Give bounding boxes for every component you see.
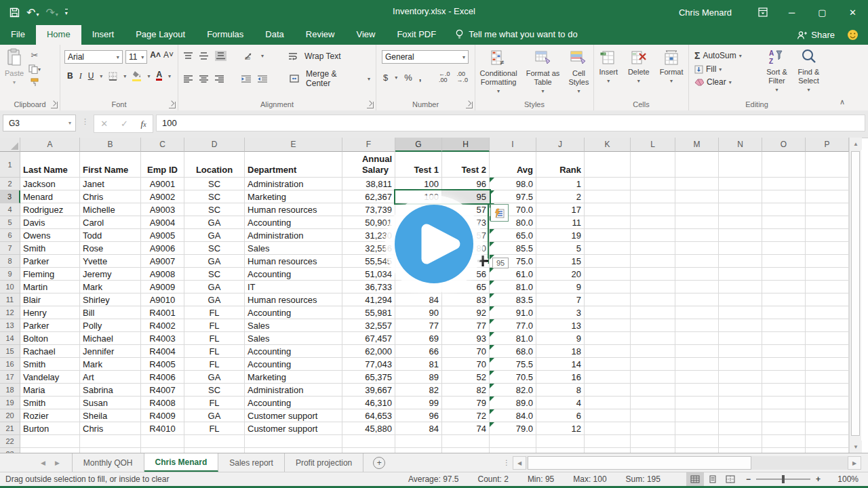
cell-B2[interactable]: Janet: [80, 178, 141, 190]
cell-I23[interactable]: [490, 448, 536, 453]
cell-B12[interactable]: Bill: [80, 306, 141, 319]
cell-N20[interactable]: [719, 409, 762, 422]
cell-C12[interactable]: R4001: [141, 306, 184, 319]
wrap-text-icon[interactable]: [288, 52, 298, 60]
row-header-4[interactable]: 4: [0, 203, 20, 216]
column-header-G[interactable]: G: [395, 138, 442, 152]
cell-A16[interactable]: Smith: [20, 358, 80, 371]
select-all-corner[interactable]: [0, 138, 20, 152]
increase-indent-icon[interactable]: [258, 75, 267, 83]
cell-B15[interactable]: Jennifer: [80, 345, 141, 358]
cell-A22[interactable]: [20, 435, 80, 448]
underline-button[interactable]: U: [88, 71, 94, 81]
cell-L5[interactable]: [631, 216, 675, 229]
cell-L20[interactable]: [631, 409, 675, 422]
cell-F1[interactable]: Annual Salary: [342, 152, 395, 178]
cell-K5[interactable]: [585, 216, 631, 229]
cell-E13[interactable]: Sales: [245, 319, 342, 332]
paste-button[interactable]: Paste ▾: [0, 45, 28, 87]
cell-P16[interactable]: [806, 358, 849, 371]
cell-F4[interactable]: 73,739: [342, 203, 395, 216]
row-header-12[interactable]: 12: [0, 306, 20, 319]
cell-C19[interactable]: R4008: [141, 396, 184, 409]
row-header-21[interactable]: 21: [0, 422, 20, 435]
cell-J7[interactable]: 5: [536, 242, 585, 255]
cell-A4[interactable]: Rodriguez: [20, 203, 80, 216]
cell-N6[interactable]: [719, 229, 762, 242]
cell-K21[interactable]: [585, 422, 631, 435]
cell-J4[interactable]: 17: [536, 203, 585, 216]
cell-J16[interactable]: 14: [536, 358, 585, 371]
cell-L15[interactable]: [631, 345, 675, 358]
cell-F19[interactable]: 46,310: [342, 396, 395, 409]
cell-L11[interactable]: [631, 293, 675, 306]
cell-D4[interactable]: SC: [184, 203, 245, 216]
cell-C21[interactable]: R4010: [141, 422, 184, 435]
cell-A11[interactable]: Blair: [20, 293, 80, 306]
cell-D16[interactable]: FL: [184, 358, 245, 371]
cell-A19[interactable]: Smith: [20, 396, 80, 409]
cell-J19[interactable]: 4: [536, 396, 585, 409]
cell-M5[interactable]: [675, 216, 719, 229]
cell-L16[interactable]: [631, 358, 675, 371]
cell-P12[interactable]: [806, 306, 849, 319]
font-dialog-launcher[interactable]: [169, 102, 176, 108]
align-right-icon[interactable]: [215, 75, 224, 83]
cell-P14[interactable]: [806, 332, 849, 345]
cell-E3[interactable]: Marketing: [245, 190, 342, 203]
delete-cells-button[interactable]: Delete▾: [628, 46, 650, 85]
cell-E2[interactable]: Administration: [245, 178, 342, 190]
cell-C17[interactable]: R4006: [141, 371, 184, 384]
cell-B13[interactable]: Polly: [80, 319, 141, 332]
column-header-F[interactable]: F: [342, 138, 395, 152]
cell-B6[interactable]: Todd: [80, 229, 141, 242]
cell-C3[interactable]: A9002: [141, 190, 184, 203]
cell-K13[interactable]: [585, 319, 631, 332]
row-header-5[interactable]: 5: [0, 216, 20, 229]
row-header-19[interactable]: 19: [0, 396, 20, 409]
cell-L22[interactable]: [631, 435, 675, 448]
cell-F18[interactable]: 39,667: [342, 384, 395, 396]
cell-K20[interactable]: [585, 409, 631, 422]
cell-I21[interactable]: 79.0: [490, 422, 536, 435]
cell-L9[interactable]: [631, 268, 675, 281]
cell-E6[interactable]: Administration: [245, 229, 342, 242]
hscroll-right-arrow[interactable]: ▶: [848, 456, 861, 470]
cell-N4[interactable]: [719, 203, 762, 216]
cell-O15[interactable]: [762, 345, 806, 358]
cell-N17[interactable]: [719, 371, 762, 384]
cell-J18[interactable]: 8: [536, 384, 585, 396]
cell-E15[interactable]: Accounting: [245, 345, 342, 358]
column-header-O[interactable]: O: [762, 138, 806, 152]
clipboard-dialog-launcher[interactable]: [51, 102, 58, 108]
cell-I20[interactable]: 84.0: [490, 409, 536, 422]
cell-L21[interactable]: [631, 422, 675, 435]
horizontal-scrollbar[interactable]: ◀ ▶: [513, 456, 861, 470]
cell-B7[interactable]: Rose: [80, 242, 141, 255]
cell-H13[interactable]: 77: [442, 319, 490, 332]
cell-N10[interactable]: [719, 281, 762, 293]
cell-J14[interactable]: 9: [536, 332, 585, 345]
format-as-table-button[interactable]: Format as Table▾: [526, 46, 560, 96]
cell-D6[interactable]: GA: [184, 229, 245, 242]
cell-L12[interactable]: [631, 306, 675, 319]
cell-E5[interactable]: Accounting: [245, 216, 342, 229]
cell-B11[interactable]: Shirley: [80, 293, 141, 306]
cell-I11[interactable]: 83.5: [490, 293, 536, 306]
cell-M1[interactable]: [675, 152, 719, 178]
cell-M11[interactable]: [675, 293, 719, 306]
cell-J22[interactable]: [536, 435, 585, 448]
cell-P9[interactable]: [806, 268, 849, 281]
row-header-23[interactable]: 23: [0, 448, 20, 453]
cell-G15[interactable]: 66: [395, 345, 442, 358]
row-header-15[interactable]: 15: [0, 345, 20, 358]
cell-I12[interactable]: 91.0: [490, 306, 536, 319]
cell-P15[interactable]: [806, 345, 849, 358]
cell-J6[interactable]: 19: [536, 229, 585, 242]
cell-F17[interactable]: 65,375: [342, 371, 395, 384]
ribbon-tab-view[interactable]: View: [345, 25, 386, 45]
cell-H20[interactable]: 72: [442, 409, 490, 422]
cell-E7[interactable]: Sales: [245, 242, 342, 255]
cell-H2[interactable]: 96: [442, 178, 490, 190]
cell-F22[interactable]: [342, 435, 395, 448]
